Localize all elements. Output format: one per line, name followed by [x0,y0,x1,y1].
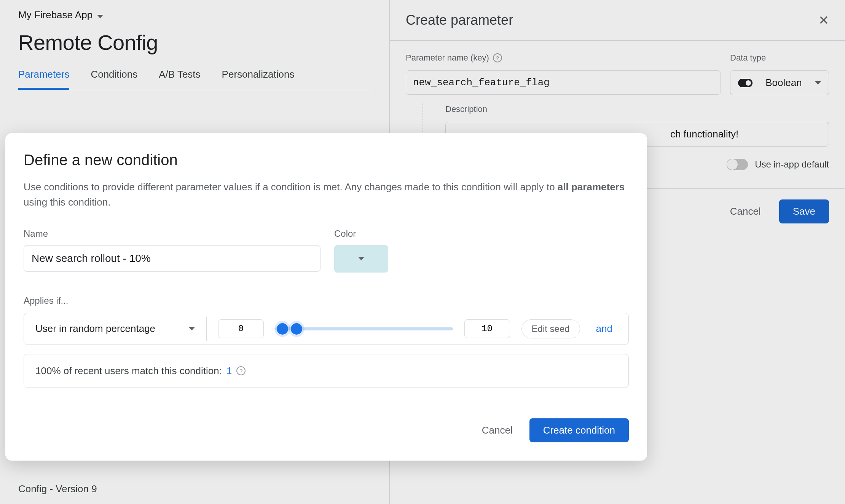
modal-cancel-button[interactable]: Cancel [479,420,516,441]
rule-type-label: User in random percentage [35,323,155,335]
rule-type-select[interactable]: User in random percentage [24,317,207,341]
condition-rule-row: User in random percentage Edit seed and [24,313,629,345]
define-condition-modal: Define a new condition Use conditions to… [5,133,647,461]
slider-thumb-min[interactable] [277,323,288,335]
match-info-row: 100% of recent users match this conditio… [24,354,629,388]
condition-name-label: Name [24,228,320,239]
percentage-max-input[interactable] [464,319,510,338]
condition-color-label: Color [334,228,388,239]
help-icon[interactable]: ? [236,366,246,375]
create-condition-button[interactable]: Create condition [529,418,629,442]
edit-seed-button[interactable]: Edit seed [521,319,580,338]
chevron-down-icon [358,257,364,260]
modal-description: Use conditions to provide different para… [24,179,629,210]
config-version-label: Config - Version 9 [18,483,97,495]
percentage-slider[interactable] [275,321,453,337]
modal-title: Define a new condition [24,152,629,169]
applies-if-label: Applies if... [24,295,629,306]
and-operator-button[interactable]: and [592,323,617,335]
condition-color-select[interactable] [334,245,388,273]
match-text: 100% of recent users match this conditio… [35,365,222,377]
percentage-min-input[interactable] [218,319,264,338]
chevron-down-icon [189,327,195,330]
slider-thumb-max[interactable] [291,323,302,335]
match-count: 1 [226,365,232,377]
condition-name-input[interactable] [24,245,320,272]
